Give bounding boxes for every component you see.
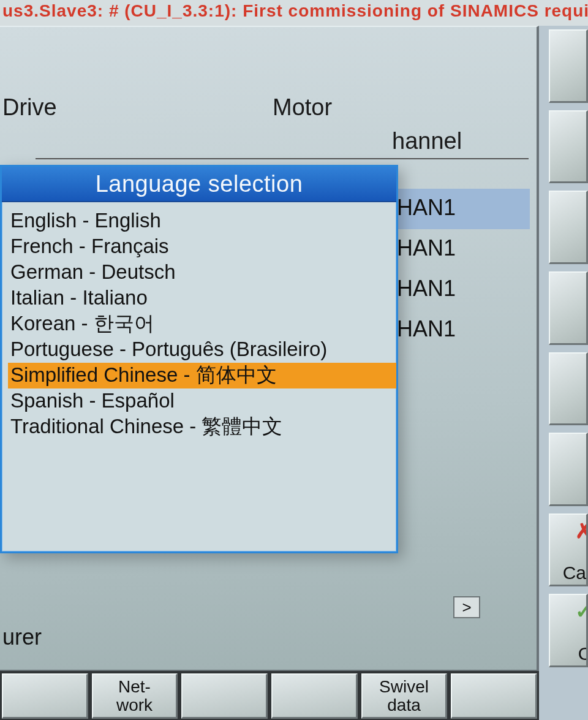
- softkey-label: Car: [563, 563, 588, 583]
- language-option-korean[interactable]: Korean - 한국어: [8, 311, 396, 337]
- channel-list: HAN1 HAN1 HAN1 HAN1: [392, 189, 530, 351]
- language-selection-dialog: Language selection English - English Fre…: [0, 165, 398, 553]
- channel-row[interactable]: HAN1: [392, 270, 530, 310]
- softkey-b1[interactable]: [2, 673, 88, 719]
- softkeys-bottom-row: Net- work Swivel data: [0, 671, 539, 720]
- softkey-b3[interactable]: [181, 673, 268, 719]
- header-channel: hannel: [392, 128, 462, 154]
- softkeys-right-column: ✗ Car ✓ O: [545, 26, 588, 671]
- softkey-r5[interactable]: [549, 352, 588, 426]
- cancel-button[interactable]: ✗ Car: [549, 513, 588, 587]
- softkey-r3[interactable]: [549, 191, 588, 264]
- language-option-english[interactable]: English - English: [8, 208, 396, 234]
- header-motor: Motor: [273, 94, 332, 121]
- language-option-simplified-chinese[interactable]: Simplified Chinese - 简体中文: [8, 363, 396, 388]
- language-list: English - English French - Français Germ…: [2, 202, 396, 440]
- softkey-b6[interactable]: [451, 673, 537, 719]
- channel-row[interactable]: HAN1: [392, 189, 530, 229]
- language-option-italian[interactable]: Italian - Italiano: [8, 286, 396, 311]
- channel-row[interactable]: HAN1: [392, 229, 530, 270]
- language-option-spanish[interactable]: Spanish - Español: [8, 388, 396, 414]
- language-option-german[interactable]: German - Deutsch: [8, 260, 396, 286]
- softkey-r6[interactable]: [549, 433, 588, 506]
- scroll-right-button[interactable]: >: [453, 596, 480, 618]
- ok-button[interactable]: ✓ O: [549, 594, 588, 667]
- softkey-label: O: [578, 643, 588, 664]
- language-option-portuguese[interactable]: Portuguese - Português (Brasileiro): [8, 337, 396, 363]
- softkey-b4[interactable]: [271, 673, 358, 719]
- main-panel: Drive Motor hannel HAN1 HAN1 HAN1 HAN1 u…: [0, 26, 539, 671]
- language-option-traditional-chinese[interactable]: Traditional Chinese - 繁體中文: [8, 414, 396, 440]
- check-icon: ✓: [575, 599, 588, 623]
- language-option-french[interactable]: French - Français: [8, 234, 396, 260]
- header-drive: Drive: [0, 94, 57, 121]
- partial-label: urer: [2, 624, 42, 650]
- softkey-r1[interactable]: [549, 29, 588, 103]
- network-button[interactable]: Net- work: [92, 673, 178, 719]
- softkey-r2[interactable]: [549, 110, 588, 184]
- swivel-data-button[interactable]: Swivel data: [361, 673, 448, 719]
- close-icon: ✗: [575, 518, 588, 543]
- softkey-r4[interactable]: [549, 271, 588, 345]
- channel-row[interactable]: HAN1: [392, 310, 530, 351]
- alarm-status-bar: us3.Slave3: # (CU_I_3.3:1): First commis…: [0, 0, 588, 26]
- column-headers: Drive Motor hannel: [0, 94, 537, 131]
- dialog-title: Language selection: [2, 167, 396, 202]
- header-divider: [36, 158, 529, 159]
